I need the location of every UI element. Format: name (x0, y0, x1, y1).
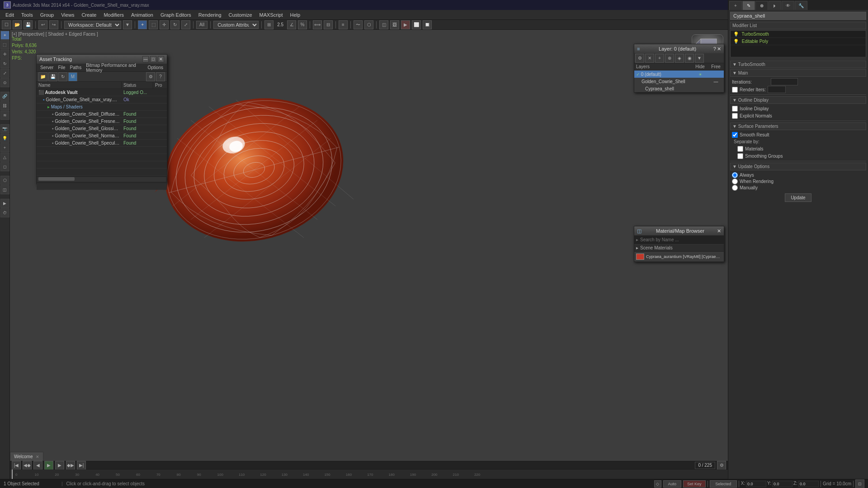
render-btn[interactable]: ▶ (401, 20, 410, 29)
at-row-maxfile[interactable]: ▪ Golden_Cowrie_Shell_max_vray.max Ok (37, 96, 167, 103)
at-menu-server[interactable]: Server (38, 65, 55, 70)
menu-item-rendering[interactable]: Rendering (195, 11, 225, 19)
at-row-glossiness[interactable]: ▪ Golden_Cowrie_Shell_Glossiness.png Fou… (37, 125, 167, 132)
select-region-btn[interactable]: ⬚ (149, 20, 158, 29)
asset-tracking-maximize[interactable]: □ (150, 56, 156, 62)
time-config-btn[interactable]: ⚙ (717, 461, 726, 470)
tool-render[interactable]: ▶ (0, 199, 9, 208)
asset-tracking-minimize[interactable]: — (142, 56, 149, 62)
redo-btn[interactable]: ↪ (49, 20, 58, 29)
isoline-display-check[interactable] (732, 106, 738, 112)
menu-item-create[interactable]: Create (78, 11, 100, 19)
menu-item-graph-editors[interactable]: Graph Editors (157, 11, 195, 19)
at-row-diffuse[interactable]: ▪ Golden_Cowrie_Shell_Diffuse.png Found (37, 111, 167, 118)
at-row-fresnel[interactable]: ▪ Golden_Cowrie_Shell_Fresnel.png Found (37, 118, 167, 125)
selected-filter[interactable]: Selected (710, 480, 737, 488)
workspace-select[interactable]: Workspace: Default (64, 21, 121, 29)
rotate-btn[interactable]: ↻ (170, 20, 179, 29)
at-btn-reload[interactable]: ↻ (58, 72, 67, 81)
layer-delete-btn[interactable]: ✕ (645, 54, 654, 63)
tool-move[interactable]: ✛ (0, 50, 9, 59)
tab-utilities[interactable]: 🔧 (795, 1, 807, 10)
update-btn[interactable]: Update (785, 193, 811, 202)
select-obj-btn[interactable]: ✦ (138, 20, 147, 29)
tab-modify[interactable]: ✎ (742, 1, 755, 10)
smoothing-groups-check[interactable] (737, 153, 743, 159)
open-btn[interactable]: 📂 (13, 20, 22, 29)
material-editor-btn[interactable]: ◫ (379, 20, 388, 29)
render-iters-input[interactable]: 2 (768, 86, 786, 93)
iterations-input[interactable]: 2 (771, 78, 798, 85)
menu-item-tools[interactable]: Tools (18, 11, 37, 19)
mat-item-cypraea[interactable]: Cypraea_aurantium [VRayMtl] [Cypraea_she… (634, 252, 724, 262)
radio-manually-input[interactable] (732, 185, 738, 191)
render-frame-btn[interactable]: ⬜ (412, 20, 421, 29)
move-btn[interactable]: ✛ (160, 20, 169, 29)
at-row-normal[interactable]: ▪ Golden_Cowrie_Shell_Normal.png Found (37, 132, 167, 140)
coord-y-input[interactable] (772, 481, 793, 487)
mirror-btn[interactable]: ⟺ (313, 20, 322, 29)
prev-frame-btn[interactable]: ◀ (33, 461, 42, 470)
ws-arrow[interactable]: ▼ (123, 20, 132, 29)
play-btn[interactable]: ▶ (44, 461, 53, 470)
layer-row-cowrie[interactable]: Golden_Cowrie_Shell — (634, 78, 724, 85)
smooth-result-check[interactable] (732, 132, 738, 138)
go-end-btn[interactable]: ▶| (77, 461, 86, 470)
at-btn-save[interactable]: 💾 (48, 72, 57, 81)
update-options-section[interactable]: ▼ Update Options (730, 163, 866, 170)
tool-shape[interactable]: ◻ (0, 162, 9, 171)
menu-item-maxscript[interactable]: MAXScript (256, 11, 287, 19)
save-btn[interactable]: 💾 (24, 20, 33, 29)
tool-geometry[interactable]: △ (0, 153, 9, 162)
coord-x-input[interactable] (746, 481, 766, 487)
materials-check[interactable] (737, 146, 743, 152)
tab-create[interactable]: + (729, 1, 742, 10)
schematic-btn[interactable]: ⬡ (364, 20, 373, 29)
tool-scale[interactable]: ⤢ (0, 69, 9, 78)
asset-tracking-close[interactable]: ✕ (158, 56, 164, 62)
layer-expand-btn[interactable]: ▼ (695, 54, 704, 63)
turbossmooth-section[interactable]: ▼ TurboSmooth (730, 61, 866, 68)
angle-snap[interactable]: ∠ (287, 20, 296, 29)
modifier-list-label[interactable]: Modifier List (730, 22, 866, 29)
snap-toggle[interactable]: ⊞ (264, 20, 274, 29)
menu-item-animation[interactable]: Animation (127, 11, 157, 19)
at-row-specular[interactable]: ▪ Golden_Cowrie_Shell_Specular.png Found (37, 140, 167, 147)
layer-panel-help[interactable]: ? (713, 46, 716, 52)
modifier-editable-poly[interactable]: 💡 Editable Poly (731, 38, 866, 45)
at-btn-map[interactable]: M (68, 72, 77, 81)
tool-place[interactable]: ⊙ (0, 78, 9, 87)
tab-motion[interactable]: ⏵ (769, 1, 781, 10)
align-btn[interactable]: ⊟ (324, 20, 333, 29)
tool-select-region[interactable]: ⬚ (0, 40, 9, 49)
next-frame-btn[interactable]: ▶ (55, 461, 64, 470)
radio-always-input[interactable] (732, 172, 738, 178)
selection-filter[interactable]: Custom Attribute... (213, 21, 259, 29)
layer-mgr-btn[interactable]: ≡ (339, 20, 348, 29)
render-setup-btn[interactable]: 🖼 (390, 20, 399, 29)
mat-browser-title[interactable]: ◫ Material/Map Browser ✕ (634, 226, 724, 235)
tool-rotate[interactable]: ↻ (0, 59, 9, 68)
layer-highlight-btn[interactable]: ◉ (685, 54, 694, 63)
curve-editor-btn[interactable]: 〜 (354, 20, 363, 29)
menu-item-help[interactable]: Help (287, 11, 304, 19)
frame-counter[interactable]: 0 / 225 (695, 462, 715, 469)
mat-browser-close[interactable]: ✕ (717, 228, 721, 234)
next-key-btn[interactable]: ◆▶ (66, 461, 75, 470)
at-menu-options[interactable]: Options (146, 65, 165, 70)
tool-camera[interactable]: 📷 (0, 124, 9, 133)
auto-key-btn[interactable]: Auto (663, 480, 681, 488)
tool-light[interactable]: 💡 (0, 134, 9, 143)
at-row-maps[interactable]: ▸ Maps / Shaders (37, 103, 167, 111)
render-viewport-btn[interactable]: 🔲 (423, 20, 432, 29)
go-start-btn[interactable]: |◀ (12, 461, 21, 470)
at-btn-settings[interactable]: ⚙ (146, 72, 155, 81)
layer-settings-btn[interactable]: ⚙ (635, 54, 644, 63)
welcome-tab[interactable]: Welcome ✕ (10, 452, 43, 461)
layer-select-btn[interactable]: ◈ (675, 54, 684, 63)
modifier-turbossmooth[interactable]: 💡 TurboSmooth (731, 31, 866, 38)
coord-z-input[interactable] (798, 481, 819, 487)
at-menu-bitmap[interactable]: Bitmap Performance and Memory (84, 63, 145, 73)
explicit-normals-check[interactable] (732, 113, 738, 119)
tool-unlink[interactable]: ⛓ (0, 101, 9, 110)
